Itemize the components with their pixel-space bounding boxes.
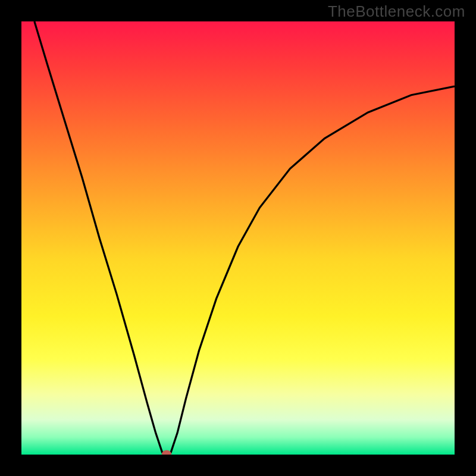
plot-area bbox=[21, 21, 455, 455]
bottleneck-curve bbox=[21, 21, 455, 455]
chart-frame: TheBottleneck.com bbox=[0, 0, 476, 476]
watermark-text: TheBottleneck.com bbox=[328, 2, 465, 21]
curve-path bbox=[35, 21, 455, 452]
minimum-marker-dot bbox=[162, 450, 171, 455]
